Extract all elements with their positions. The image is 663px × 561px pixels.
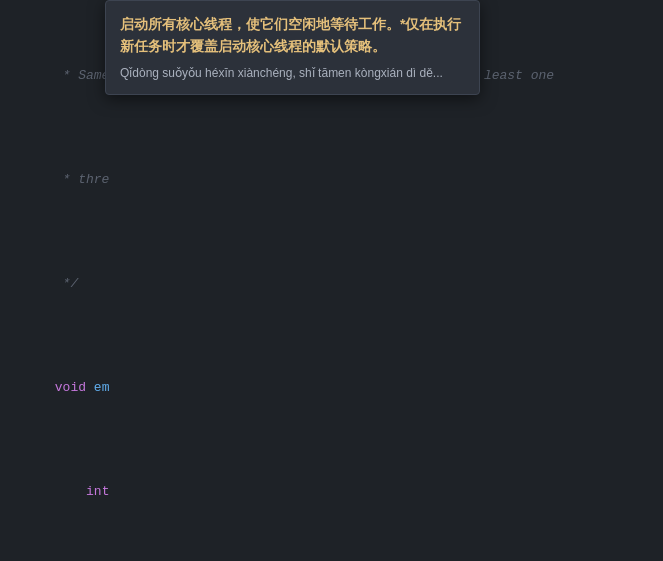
code-line-5: int: [0, 462, 663, 524]
tooltip-popup: 启动所有核心线程，使它们空闲地等待工作。*仅在执行新任务时才覆盖启动核心线程的默…: [105, 0, 480, 95]
code-container: 启动所有核心线程，使它们空闲地等待工作。*仅在执行新任务时才覆盖启动核心线程的默…: [0, 0, 663, 561]
code-line-3: */: [0, 254, 663, 316]
code-line-2: * thre: [0, 150, 663, 212]
tooltip-subtitle: Qǐdòng suǒyǒu héxīn xiànchéng, shǐ tāmen…: [120, 64, 465, 82]
code-line-4: void em: [0, 358, 663, 420]
tooltip-title: 启动所有核心线程，使它们空闲地等待工作。*仅在执行新任务时才覆盖启动核心线程的默…: [120, 13, 465, 58]
